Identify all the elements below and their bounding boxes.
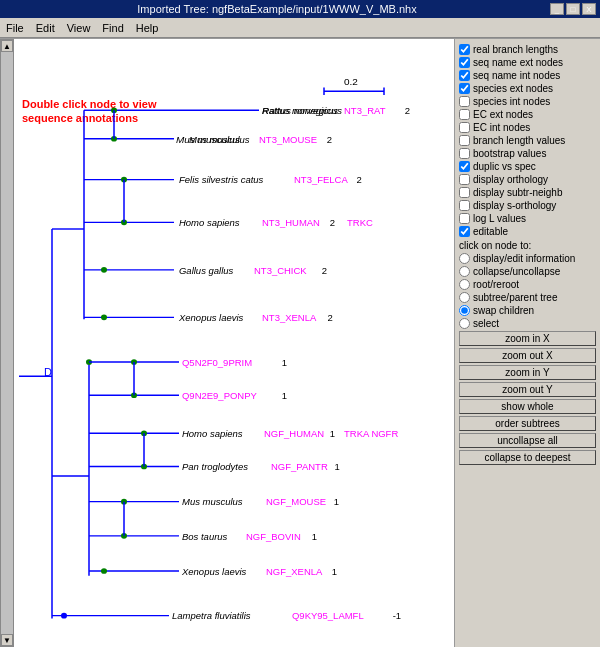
svg-point-46 [101,568,107,574]
svg-text:TRKC: TRKC [347,218,373,228]
svg-text:Xenopus laevis: Xenopus laevis [178,313,246,323]
svg-text:2: 2 [354,176,362,186]
svg-text:Mus musculus: Mus musculus [189,135,252,145]
menu-edit[interactable]: Edit [36,22,55,34]
checkbox-display-ortho[interactable]: display orthology [459,173,596,186]
svg-text:NT3_CHICK: NT3_CHICK [254,266,308,276]
svg-text:-1: -1 [390,612,401,622]
zoom-out-x-button[interactable]: zoom out X [459,348,596,363]
svg-text:Bos taurus: Bos taurus [182,532,230,542]
svg-text:NT3_HUMAN: NT3_HUMAN [262,218,320,228]
zoom-out-y-button[interactable]: zoom out Y [459,382,596,397]
checkbox-display-subtr[interactable]: display subtr-neighb [459,186,596,199]
menu-help[interactable]: Help [136,22,159,34]
radio-swap[interactable]: swap children [459,304,596,317]
click-section-label: click on node to: [459,238,596,252]
zoom-in-y-button[interactable]: zoom in Y [459,365,596,380]
menu-find[interactable]: Find [102,22,123,34]
svg-text:NT3_MOUSE: NT3_MOUSE [259,135,317,145]
menu-view[interactable]: View [67,22,91,34]
svg-text:Felis silvestris catus: Felis silvestris catus [179,176,266,186]
checkbox-ec-int[interactable]: EC int nodes [459,121,596,134]
svg-text:2: 2 [327,218,338,228]
scroll-down-button[interactable]: ▼ [1,634,13,646]
svg-text:2: 2 [324,135,332,145]
window-title: Imported Tree: ngfBetaExample/input/1WWW… [4,3,550,15]
svg-text:Q9N2E9_PONPY: Q9N2E9_PONPY [182,391,257,401]
checkbox-seq-name-int[interactable]: seq name int nodes [459,69,596,82]
svg-text:Xenopus laevis: Xenopus laevis [181,567,249,577]
title-bar: Imported Tree: ngfBetaExample/input/1WWW… [0,0,600,18]
uncollapse-all-button[interactable]: uncollapse all [459,433,596,448]
menu-file[interactable]: File [6,22,24,34]
checkbox-ec-ext[interactable]: EC ext nodes [459,108,596,121]
svg-text:1: 1 [279,358,287,368]
svg-text:NT3_RAT: NT3_RAT [344,106,386,116]
checkbox-duplic-spec[interactable]: duplic vs spec [459,160,596,173]
radio-display-edit[interactable]: display/edit information [459,252,596,265]
radio-subtree[interactable]: subtree/parent tree [459,291,596,304]
svg-text:Homo sapiens: Homo sapiens [179,218,242,228]
svg-text:NT3_FELCA: NT3_FELCA [294,176,349,186]
zoom-in-x-button[interactable]: zoom in X [459,331,596,346]
svg-text:NGF_BOVIN: NGF_BOVIN [246,532,301,542]
close-button[interactable]: X [582,3,596,15]
scroll-track[interactable] [1,52,13,634]
svg-text:NT3_XENLA: NT3_XENLA [262,313,317,323]
right-panel: real branch lengths seq name ext nodes s… [455,39,600,647]
checkbox-species-int[interactable]: species int nodes [459,95,596,108]
svg-text:NGF_XENLA: NGF_XENLA [266,567,323,577]
svg-text:NGF_HUMAN: NGF_HUMAN [264,429,324,439]
checkbox-editable[interactable]: editable [459,225,596,238]
radio-select[interactable]: select [459,317,596,330]
checkbox-branch-len[interactable]: branch length values [459,134,596,147]
svg-text:Q9KY95_LAMFL: Q9KY95_LAMFL [292,612,364,622]
svg-text:1: 1 [309,532,317,542]
checkbox-real-branch[interactable]: real branch lengths [459,43,596,56]
svg-point-24 [101,267,107,273]
vertical-scrollbar[interactable]: ▲ ▼ [0,39,14,647]
checkbox-display-sorth[interactable]: display s-orthology [459,199,596,212]
tree-panel[interactable]: Double click node to view sequence annot… [14,39,455,647]
scroll-up-button[interactable]: ▲ [1,40,13,52]
svg-text:1: 1 [327,429,338,439]
maximize-button[interactable]: □ [566,3,580,15]
collapse-deepest-button[interactable]: collapse to deepest [459,450,596,465]
svg-text:TRKA NGFR: TRKA NGFR [344,429,399,439]
controls-content: real branch lengths seq name ext nodes s… [457,41,598,468]
svg-text:NGF_MOUSE: NGF_MOUSE [266,498,326,508]
svg-text:2: 2 [319,266,327,276]
svg-point-48 [61,613,67,619]
svg-text:2: 2 [402,106,410,116]
show-whole-button[interactable]: show whole [459,399,596,414]
checkbox-species-ext[interactable]: species ext nodes [459,82,596,95]
svg-text:0.2: 0.2 [344,76,358,87]
window-controls[interactable]: _ □ X [550,3,596,15]
radio-root[interactable]: root/reroot [459,278,596,291]
svg-text:Q5N2F0_9PRIM: Q5N2F0_9PRIM [182,358,252,368]
checkbox-bootstrap[interactable]: bootstrap values [459,147,596,160]
svg-text:1: 1 [331,498,339,508]
svg-text:NGF_PANTR: NGF_PANTR [271,463,328,473]
svg-point-26 [101,315,107,321]
phylogenetic-tree[interactable]: 0.2 D Rattus norvegicus Mus muscu [14,39,454,647]
svg-text:Lampetra fluviatilis: Lampetra fluviatilis [172,612,253,622]
svg-text:Rattus norvegicus: Rattus norvegicus [262,106,341,116]
radio-collapse[interactable]: collapse/uncollapse [459,265,596,278]
svg-text:2: 2 [325,313,333,323]
menu-bar: File Edit View Find Help [0,18,600,38]
svg-text:Homo sapiens: Homo sapiens [182,429,245,439]
svg-text:Pan troglodytes: Pan troglodytes [182,463,251,473]
checkbox-seq-name-ext[interactable]: seq name ext nodes [459,56,596,69]
checkbox-log-l[interactable]: log L values [459,212,596,225]
svg-text:1: 1 [279,391,287,401]
svg-text:Mus musculus: Mus musculus [182,498,245,508]
svg-text:1: 1 [332,463,340,473]
order-subtrees-button[interactable]: order subtrees [459,416,596,431]
main-container: ▲ ▼ Double click node to view sequence a… [0,38,600,647]
minimize-button[interactable]: _ [550,3,564,15]
svg-text:1: 1 [329,567,337,577]
svg-text:Gallus gallus: Gallus gallus [179,266,236,276]
